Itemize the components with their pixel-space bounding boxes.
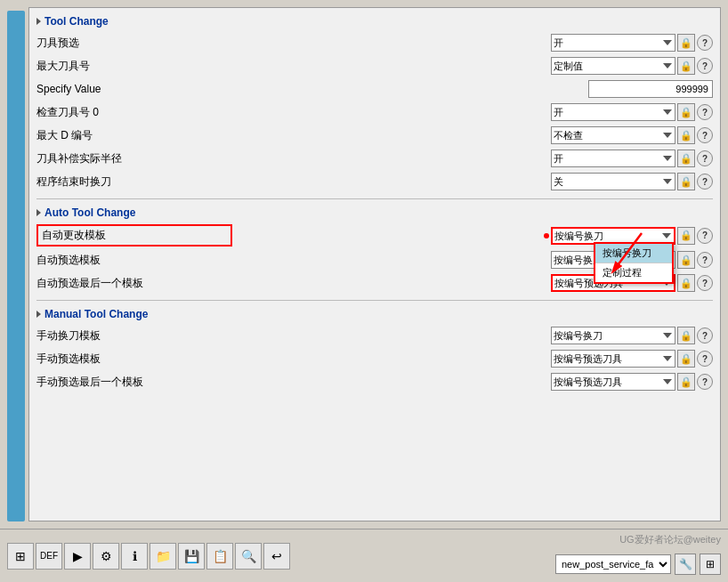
help-auto-template[interactable]: ? bbox=[697, 228, 713, 244]
watermark: UG爱好者论坛@weitey bbox=[619, 533, 721, 546]
left-sidebar bbox=[7, 11, 25, 521]
lock-knife-compensation[interactable]: 🔒 bbox=[677, 150, 695, 167]
label-max-d-num: 最大 D 编号 bbox=[36, 128, 232, 143]
toolbar-btn-def[interactable]: DEF bbox=[36, 543, 62, 570]
select-check-knife-num[interactable]: 开关 bbox=[551, 103, 675, 121]
lock-icon-2: 🔒 bbox=[680, 61, 692, 72]
manual-tool-change-triangle[interactable] bbox=[36, 311, 41, 318]
control-knife-compensation: 开关 🔒 ? bbox=[232, 150, 713, 167]
control-specify-value bbox=[232, 80, 713, 98]
lock-icon-11: 🔒 bbox=[680, 353, 692, 365]
help-end-change[interactable]: ? bbox=[697, 174, 713, 190]
lock-manual-preselect[interactable]: 🔒 bbox=[677, 350, 695, 368]
toolbar-btn-undo[interactable]: ↩ bbox=[263, 543, 290, 570]
row-manual-preselect-last: 手动预选最后一个模板 按编号预选刀具 🔒 ? bbox=[36, 372, 713, 392]
row-knife-compensation: 刀具补偿实际半径 开关 🔒 ? bbox=[36, 149, 713, 168]
row-check-knife-num: 检查刀具号 0 开关 🔒 ? bbox=[36, 102, 713, 122]
lock-end-change[interactable]: 🔒 bbox=[677, 173, 695, 190]
label-manual-template: 手动换刀模板 bbox=[36, 328, 232, 344]
select-manual-preselect[interactable]: 按编号预选刀具 bbox=[551, 350, 675, 368]
control-max-knife-num: 定制值不检查 🔒 ? bbox=[232, 57, 713, 75]
lock-auto-preselect[interactable]: 🔒 bbox=[677, 251, 695, 269]
toolbar-btn-save[interactable]: 💾 bbox=[178, 543, 205, 570]
lock-knife-preselect[interactable]: 🔒 bbox=[677, 34, 695, 52]
dropdown-item-custom[interactable]: 定制过程 bbox=[595, 263, 672, 282]
select-manual-template[interactable]: 按编号换刀 bbox=[551, 327, 675, 344]
lock-check-knife-num[interactable]: 🔒 bbox=[677, 103, 695, 121]
lock-max-d-num[interactable]: 🔒 bbox=[677, 126, 695, 144]
help-max-d-num[interactable]: ? bbox=[697, 127, 713, 143]
toolbar-btn-info[interactable]: ℹ bbox=[121, 543, 148, 570]
content-area: Tool Change 刀具预选 开关 🔒 ? 最大刀具号 bbox=[0, 0, 728, 529]
row-specify-value: Specify Value bbox=[36, 79, 713, 99]
grid-btn[interactable]: ⊞ bbox=[700, 554, 721, 575]
help-check-knife-num[interactable]: ? bbox=[697, 104, 713, 120]
lock-max-knife-num[interactable]: 🔒 bbox=[677, 57, 695, 75]
lock-icon-12: 🔒 bbox=[680, 376, 692, 388]
help-manual-preselect[interactable]: ? bbox=[697, 351, 713, 367]
row-max-knife-num: 最大刀具号 定制值不检查 🔒 ? bbox=[36, 56, 713, 76]
help-manual-template[interactable]: ? bbox=[697, 327, 713, 344]
bottom-right: new_post_service_fa 🔧 ⊞ bbox=[555, 554, 721, 575]
auto-tool-change-header: Auto Tool Change bbox=[36, 206, 713, 219]
help-knife-compensation[interactable]: ? bbox=[697, 150, 713, 166]
label-end-change: 程序结束时换刀 bbox=[36, 174, 232, 190]
lock-icon-3: 🔒 bbox=[680, 107, 692, 118]
toolbar-btn-grid[interactable]: ⊞ bbox=[7, 543, 34, 570]
select-knife-compensation[interactable]: 开关 bbox=[551, 150, 675, 167]
toolbar-btn-search[interactable]: 🔍 bbox=[235, 543, 262, 570]
lock-manual-template[interactable]: 🔒 bbox=[677, 327, 695, 344]
tool-change-triangle[interactable] bbox=[36, 18, 41, 25]
row-knife-preselect: 刀具预选 开关 🔒 ? bbox=[36, 33, 713, 53]
manual-tool-change-title: Manual Tool Change bbox=[44, 308, 148, 320]
manual-tool-change-header: Manual Tool Change bbox=[36, 308, 713, 320]
lock-auto-template[interactable]: 🔒 bbox=[677, 227, 695, 245]
tool-change-title: Tool Change bbox=[44, 15, 109, 28]
label-specify-value: Specify Value bbox=[36, 83, 232, 95]
tool-change-header: Tool Change bbox=[36, 15, 713, 28]
wrench-btn[interactable]: 🔧 bbox=[675, 554, 696, 575]
input-specify-value[interactable] bbox=[588, 80, 713, 98]
help-auto-preselect-last[interactable]: ? bbox=[697, 275, 713, 291]
select-knife-preselect[interactable]: 开关 bbox=[551, 34, 675, 52]
toolbar-btn-folder[interactable]: 📁 bbox=[150, 543, 176, 570]
help-manual-preselect-last[interactable]: ? bbox=[697, 374, 713, 390]
toolbar-btn-play[interactable]: ▶ bbox=[64, 543, 91, 570]
tool-change-section: Tool Change 刀具预选 开关 🔒 ? 最大刀具号 bbox=[36, 15, 713, 191]
main-container: Tool Change 刀具预选 开关 🔒 ? 最大刀具号 bbox=[0, 0, 728, 582]
select-max-knife-num[interactable]: 定制值不检查 bbox=[551, 57, 675, 75]
dropdown-item-by-num[interactable]: 按编号换刀 bbox=[595, 244, 672, 263]
select-manual-preselect-last[interactable]: 按编号预选刀具 bbox=[551, 373, 675, 391]
bottom-bar: ⊞ DEF ▶ ⚙ ℹ 📁 💾 📋 🔍 ↩ UG爱好者论坛@weitey new… bbox=[0, 529, 728, 582]
label-check-knife-num: 检查刀具号 0 bbox=[36, 105, 232, 120]
service-select[interactable]: new_post_service_fa bbox=[555, 554, 671, 574]
auto-tool-change-triangle[interactable] bbox=[36, 209, 41, 216]
lock-icon-5: 🔒 bbox=[680, 153, 692, 165]
control-max-d-num: 不检查检查 🔒 ? bbox=[232, 126, 713, 144]
select-max-d-num[interactable]: 不检查检查 bbox=[551, 126, 675, 144]
row-auto-template: 自动更改模板 按编号换刀 定制过程 🔒 ? bbox=[36, 224, 713, 247]
label-auto-preselect: 自动预选模板 bbox=[36, 253, 232, 268]
help-knife-preselect[interactable]: ? bbox=[697, 35, 713, 51]
lock-icon-6: 🔒 bbox=[680, 176, 692, 188]
toolbar-btn-gear[interactable]: ⚙ bbox=[93, 543, 119, 570]
help-max-knife-num[interactable]: ? bbox=[697, 58, 713, 74]
label-manual-preselect: 手动预选模板 bbox=[36, 352, 232, 367]
divider-1 bbox=[36, 198, 713, 199]
red-dot bbox=[544, 233, 549, 238]
control-manual-preselect: 按编号预选刀具 🔒 ? bbox=[232, 350, 713, 368]
lock-icon-10: 🔒 bbox=[680, 330, 692, 342]
label-auto-template: 自动更改模板 bbox=[36, 224, 232, 247]
row-max-d-num: 最大 D 编号 不检查检查 🔒 ? bbox=[36, 125, 713, 145]
label-knife-compensation: 刀具补偿实际半径 bbox=[36, 151, 232, 166]
label-manual-preselect-last: 手动预选最后一个模板 bbox=[36, 375, 232, 390]
row-manual-preselect: 手动预选模板 按编号预选刀具 🔒 ? bbox=[36, 349, 713, 368]
label-max-knife-num: 最大刀具号 bbox=[36, 59, 232, 74]
select-end-change[interactable]: 关开 bbox=[551, 173, 675, 190]
bottom-toolbar-left: ⊞ DEF ▶ ⚙ ℹ 📁 💾 📋 🔍 ↩ bbox=[7, 543, 290, 570]
lock-manual-preselect-last[interactable]: 🔒 bbox=[677, 373, 695, 391]
toolbar-btn-copy[interactable]: 📋 bbox=[206, 543, 233, 570]
lock-auto-preselect-last[interactable]: 🔒 bbox=[677, 274, 695, 292]
label-knife-preselect: 刀具预选 bbox=[36, 36, 232, 51]
help-auto-preselect[interactable]: ? bbox=[697, 252, 713, 268]
